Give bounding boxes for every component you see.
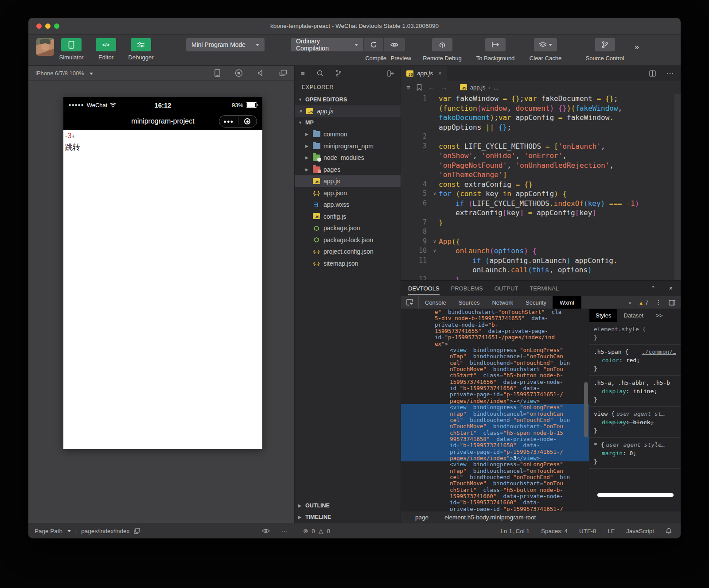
bookmark-icon[interactable]	[417, 84, 422, 91]
tree-item-node-modules[interactable]: ▶node_modules	[295, 152, 401, 164]
open-editor-item[interactable]: × JS app.js	[295, 105, 401, 117]
more-tools-button[interactable]: »	[635, 43, 638, 52]
inspect-element-icon[interactable]	[401, 296, 419, 309]
tab-sources[interactable]: Sources	[452, 299, 486, 306]
search-icon[interactable]	[317, 70, 323, 77]
wxml-scrollbar[interactable]	[584, 382, 588, 437]
close-tab-icon[interactable]: ×	[438, 70, 442, 77]
tree-item-project-config-json[interactable]: {..}project.config.json	[295, 246, 401, 258]
jump-link[interactable]: 跳转	[65, 142, 261, 152]
style-rule[interactable]: element.style {}	[589, 322, 681, 345]
breadcrumb-symbol[interactable]: ...	[494, 84, 499, 91]
style-rule[interactable]: view {user agent st…display: block;}	[589, 407, 681, 438]
outline-section[interactable]: ▶ OUTLINE	[295, 500, 401, 511]
tab-security[interactable]: Security	[519, 299, 553, 306]
tree-item-miniprogram-npm[interactable]: ▶miniprogram_npm	[295, 140, 401, 152]
tree-item-app-wxss[interactable]: ヨapp.wxss	[295, 199, 401, 211]
tree-item-config-js[interactable]: JSconfig.js	[295, 211, 401, 223]
to-background-button[interactable]	[485, 38, 506, 51]
editor-more-icon[interactable]: ⋯	[666, 69, 674, 77]
close-icon[interactable]: ×	[299, 108, 303, 115]
page-path-value[interactable]: pages/index/index	[81, 528, 129, 534]
more-menu-button[interactable]: ●●●	[219, 119, 238, 124]
collapse-sidebar-icon[interactable]	[387, 70, 394, 77]
close-panel-icon[interactable]: ×	[669, 285, 673, 292]
cursor-position[interactable]: Ln 1, Col 1	[501, 528, 530, 534]
git-branch-icon[interactable]	[335, 70, 342, 77]
panel-tab-problems[interactable]: PROBLEMS	[451, 285, 483, 292]
tree-item-package-json[interactable]: ⬡package.json	[295, 222, 401, 234]
wxml-node[interactable]: <view bindlongpress="onLongPress"nTap" b…	[401, 461, 589, 511]
tree-item-app-js[interactable]: JSapp.js	[295, 175, 401, 187]
tab-console[interactable]: Console	[419, 299, 452, 306]
close-miniprogram-button[interactable]	[238, 118, 257, 124]
clear-cache-button[interactable]	[534, 38, 557, 51]
mute-icon[interactable]	[257, 70, 265, 77]
source-control-button[interactable]	[595, 38, 615, 51]
css-declaration[interactable]: margin: 0;	[594, 449, 676, 457]
wxml-node[interactable]: <view bindlongpress="onLongPress"nTap" b…	[401, 347, 589, 404]
css-declaration[interactable]: display: inline;	[594, 387, 676, 395]
minimize-window-button[interactable]	[45, 23, 51, 29]
warnings-badge[interactable]: ▲ 7	[639, 299, 648, 306]
crumb-page[interactable]: page	[415, 514, 429, 521]
remote-debug-button[interactable]	[432, 38, 452, 51]
outline-icon[interactable]: ≡	[406, 84, 410, 91]
tab-wxml[interactable]: Wxml	[553, 296, 581, 309]
panel-tab-devtools[interactable]: DEVTOOLS	[408, 285, 440, 295]
stylesheet-link[interactable]: ./common/…	[642, 348, 676, 356]
panel-tab-terminal[interactable]: TERMINAL	[530, 285, 559, 292]
tree-item-app-json[interactable]: {..}app.json	[295, 187, 401, 199]
crumb-element[interactable]: element.h5-body.miniprogram-root	[444, 514, 536, 521]
css-declaration[interactable]: color: red;	[594, 356, 676, 364]
styles-more-tabs[interactable]: >>	[650, 309, 669, 322]
more-tabs-icon[interactable]: »	[628, 299, 631, 306]
fold-icon[interactable]: ∨	[433, 189, 436, 199]
multi-window-icon[interactable]	[279, 70, 287, 77]
tree-item-package-lock-json[interactable]: ⬡package-lock.json	[295, 234, 401, 246]
editor-button[interactable]: </>	[96, 38, 116, 51]
nav-back-icon[interactable]: ←	[428, 84, 435, 91]
page-path-dropdown[interactable]: Page Path	[35, 528, 71, 534]
style-rule[interactable]: .h5-span {./common/…color: red;}	[589, 345, 681, 376]
zoom-window-button[interactable]	[54, 23, 59, 29]
more-actions-icon[interactable]: ⋯	[281, 527, 288, 534]
devtools-menu-icon[interactable]: ⋮	[655, 299, 662, 306]
language-mode[interactable]: JavaScript	[626, 528, 654, 534]
tree-item-common[interactable]: ▶common	[295, 128, 401, 140]
split-editor-icon[interactable]	[649, 70, 656, 77]
close-window-button[interactable]	[36, 23, 42, 29]
simulator-button[interactable]	[61, 38, 82, 51]
panel-tab-output[interactable]: OUTPUT	[495, 285, 518, 292]
tree-item-pages[interactable]: ▶pages	[295, 164, 401, 176]
increment-button[interactable]: +	[71, 133, 74, 139]
preview-button[interactable]	[384, 38, 405, 51]
nav-forward-icon[interactable]: →	[441, 84, 448, 91]
project-root-section[interactable]: ▼ MP	[295, 117, 401, 128]
styles-hscrollbar[interactable]	[597, 493, 674, 497]
timeline-section[interactable]: ▶ TIMELINE	[295, 511, 401, 523]
device-selector[interactable]: iPhone 6/7/8 100%	[35, 70, 93, 77]
wxml-tree[interactable]: e" bindtouchstart="onTouchStart" cla5-di…	[401, 309, 589, 511]
styles-tab-dataset[interactable]: Dataset	[617, 309, 650, 322]
dock-side-icon[interactable]	[669, 300, 675, 306]
tree-item-sitemap-json[interactable]: {..}sitemap.json	[295, 258, 401, 270]
styles-tab-styles[interactable]: Styles	[589, 309, 617, 322]
css-declaration[interactable]: display: block;	[594, 418, 676, 426]
open-editors-section[interactable]: ▼ OPEN EDITORS	[295, 94, 401, 105]
style-rule[interactable]: .h5-a, .h5-abbr, .h5-bdisplay: inline;}	[589, 376, 681, 407]
record-icon[interactable]	[235, 69, 243, 77]
breadcrumb-file[interactable]: app.js	[470, 84, 486, 91]
collapse-panel-icon[interactable]: ⌃	[651, 285, 656, 292]
bell-icon[interactable]	[666, 528, 672, 534]
eye-icon[interactable]	[262, 528, 270, 534]
mode-dropdown[interactable]: Mini Program Mode	[186, 38, 265, 51]
fold-icon[interactable]: ∨	[433, 246, 436, 256]
device-frame-icon[interactable]	[214, 69, 220, 77]
eol-sequence[interactable]: LF	[608, 528, 615, 534]
indentation[interactable]: Spaces: 4	[541, 528, 568, 534]
compile-button[interactable]	[364, 38, 383, 51]
tab-network[interactable]: Network	[486, 299, 519, 306]
copy-icon[interactable]	[134, 528, 140, 534]
wxml-node-selected[interactable]: <view bindlongpress="onLongPress"nTap" b…	[401, 404, 589, 461]
